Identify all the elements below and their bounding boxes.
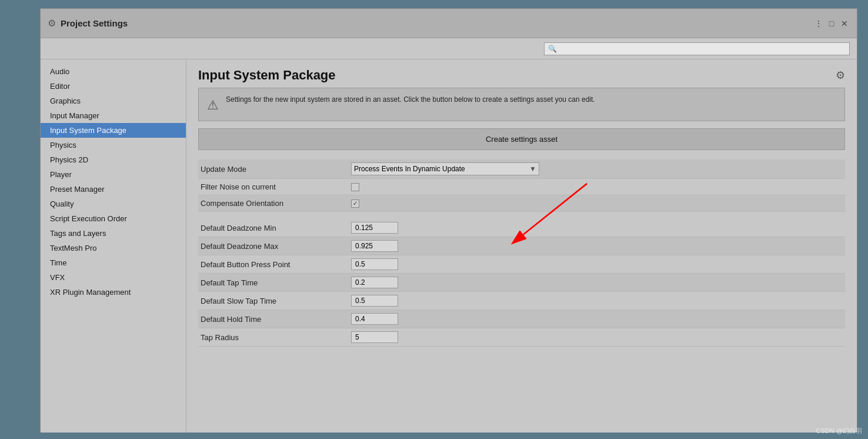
menu-button[interactable]: ⋮ xyxy=(813,18,824,29)
search-bar xyxy=(41,38,857,59)
maximize-button[interactable]: □ xyxy=(826,18,837,29)
update-mode-dropdown[interactable]: Process Events In Dynamic Update ▼ xyxy=(351,162,539,175)
search-input[interactable] xyxy=(544,42,850,55)
sidebar-item-graphics[interactable]: Graphics xyxy=(41,94,186,108)
main-content: Audio Editor Graphics Input Manager Inpu… xyxy=(41,59,857,433)
close-button[interactable]: ✕ xyxy=(839,18,850,29)
setting-label-compensate-orientation: Compensate Orientation xyxy=(198,199,351,208)
sidebar-item-preset-manager[interactable]: Preset Manager xyxy=(41,182,186,197)
table-row: Default Deadzone Max 0.925 xyxy=(198,237,845,255)
window-title: Project Settings xyxy=(61,18,128,28)
filter-noise-checkbox[interactable] xyxy=(351,183,359,191)
button-press-point-value[interactable]: 0.5 xyxy=(351,258,398,270)
compensate-orientation-checkbox[interactable] xyxy=(351,199,359,208)
table-row: Default Tap Time 0.2 xyxy=(198,274,845,292)
tap-radius-value[interactable]: 5 xyxy=(351,331,398,343)
deadzone-max-value[interactable]: 0.925 xyxy=(351,240,398,252)
title-bar-controls: ⋮ □ ✕ xyxy=(813,18,850,29)
sidebar-item-xr-plugin-management[interactable]: XR Plugin Management xyxy=(41,285,186,300)
table-row: Compensate Orientation xyxy=(198,195,845,212)
sidebar-item-script-execution-order[interactable]: Script Execution Order xyxy=(41,211,186,226)
title-bar-left: ⚙ Project Settings xyxy=(48,18,128,29)
hold-time-value[interactable]: 0.4 xyxy=(351,313,398,325)
warning-icon: ⚠ xyxy=(207,95,219,115)
sidebar-item-tags-and-layers[interactable]: Tags and Layers xyxy=(41,226,186,241)
setting-label-button-press-point: Default Button Press Point xyxy=(198,260,351,269)
content-title: Input System Package xyxy=(198,68,336,83)
sidebar-item-physics-2d[interactable]: Physics 2D xyxy=(41,152,186,167)
sidebar-item-time[interactable]: Time xyxy=(41,255,186,270)
sidebar-item-input-system-package[interactable]: Input System Package xyxy=(41,123,186,138)
table-row: Default Button Press Point 0.5 xyxy=(198,255,845,274)
table-row: Default Slow Tap Time 0.5 xyxy=(198,292,845,310)
setting-label-deadzone-max: Default Deadzone Max xyxy=(198,242,351,251)
table-row: Update Mode Process Events In Dynamic Up… xyxy=(198,159,845,179)
setting-label-deadzone-min: Default Deadzone Min xyxy=(198,224,351,232)
info-text: Settings for the new input system are st… xyxy=(226,94,595,105)
dropdown-value: Process Events In Dynamic Update xyxy=(354,165,465,173)
table-row: Filter Noise on current xyxy=(198,179,845,195)
info-box: ⚠ Settings for the new input system are … xyxy=(198,88,845,121)
setting-label-slow-tap-time: Default Slow Tap Time xyxy=(198,297,351,305)
chevron-down-icon: ▼ xyxy=(529,165,536,173)
settings-icon: ⚙ xyxy=(48,18,56,29)
settings-section: Update Mode Process Events In Dynamic Up… xyxy=(198,159,845,347)
sidebar-item-quality[interactable]: Quality xyxy=(41,197,186,211)
sidebar: Audio Editor Graphics Input Manager Inpu… xyxy=(41,59,186,433)
tap-time-value[interactable]: 0.2 xyxy=(351,277,398,288)
create-settings-asset-button[interactable]: Create settings asset xyxy=(198,128,845,150)
sidebar-item-player[interactable]: Player xyxy=(41,167,186,182)
sidebar-item-textmesh-pro[interactable]: TextMesh Pro xyxy=(41,241,186,255)
setting-label-hold-time: Default Hold Time xyxy=(198,315,351,324)
sidebar-item-audio[interactable]: Audio xyxy=(41,64,186,79)
table-row: Tap Radius 5 xyxy=(198,328,845,347)
project-settings-window: ⚙ Project Settings ⋮ □ ✕ Audio Editor Gr… xyxy=(40,8,857,432)
setting-label-update-mode: Update Mode xyxy=(198,165,351,174)
table-row: Default Hold Time 0.4 xyxy=(198,310,845,328)
sidebar-item-editor[interactable]: Editor xyxy=(41,79,186,94)
content-header: Input System Package ⚙ xyxy=(186,59,857,88)
setting-label-tap-time: Default Tap Time xyxy=(198,278,351,287)
sidebar-item-vfx[interactable]: VFX xyxy=(41,270,186,285)
settings-gear-icon[interactable]: ⚙ xyxy=(836,69,845,82)
sidebar-item-input-manager[interactable]: Input Manager xyxy=(41,108,186,123)
deadzone-min-value[interactable]: 0.125 xyxy=(351,222,398,234)
watermark: CSDN @幻白羽 xyxy=(816,427,862,435)
setting-label-filter-noise: Filter Noise on current xyxy=(198,182,351,191)
sidebar-item-physics[interactable]: Physics xyxy=(41,138,186,152)
table-row: Default Deadzone Min 0.125 xyxy=(198,219,845,237)
content-area: Input System Package ⚙ ⚠ Settings for th… xyxy=(186,59,857,433)
title-bar: ⚙ Project Settings ⋮ □ ✕ xyxy=(41,9,857,38)
setting-label-tap-radius: Tap Radius xyxy=(198,333,351,342)
slow-tap-time-value[interactable]: 0.5 xyxy=(351,295,398,307)
